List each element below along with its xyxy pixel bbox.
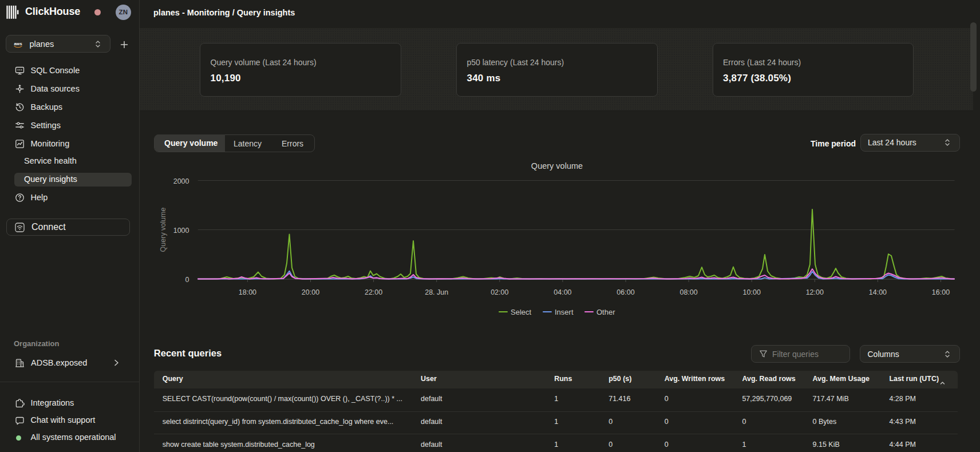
svg-text:10:00: 10:00 (743, 288, 761, 296)
svg-text:16:00: 16:00 (932, 288, 950, 296)
svg-text:08:00: 08:00 (679, 288, 697, 296)
svg-text:12:00: 12:00 (806, 288, 824, 296)
svg-text:1000: 1000 (173, 227, 189, 235)
svg-text:06:00: 06:00 (617, 288, 634, 296)
svg-text:0: 0 (185, 276, 189, 284)
svg-text:20:00: 20:00 (302, 288, 319, 296)
svg-text:14:00: 14:00 (869, 288, 887, 296)
svg-text:22:00: 22:00 (365, 288, 382, 296)
svg-text:02:00: 02:00 (491, 288, 508, 296)
svg-text:2000: 2000 (173, 177, 189, 185)
svg-text:Query volume: Query volume (159, 208, 167, 252)
svg-text:28. Jun: 28. Jun (425, 288, 448, 296)
svg-text:aws: aws (14, 41, 22, 46)
svg-text:18:00: 18:00 (239, 288, 256, 296)
svg-text:04:00: 04:00 (554, 288, 571, 296)
